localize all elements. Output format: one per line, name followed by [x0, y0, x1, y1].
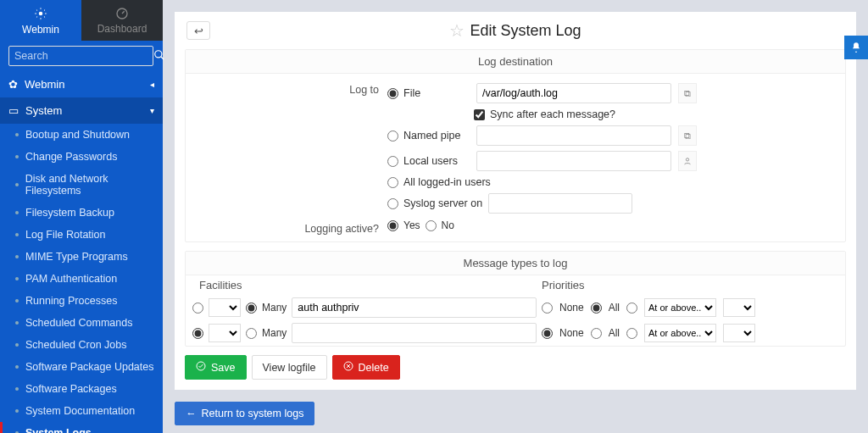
radio-facility-many[interactable]: [246, 328, 257, 339]
facility-text-input[interactable]: [292, 297, 537, 318]
view-logfile-button[interactable]: View logfile: [252, 355, 327, 380]
sidebar-item-disk-fs[interactable]: Disk and Network Filesystems: [0, 168, 163, 202]
star-icon[interactable]: ☆: [449, 20, 465, 41]
sidebar-item-system-logs[interactable]: System Logs: [0, 422, 163, 433]
back-arrow-icon: ↩: [194, 25, 203, 37]
arrow-left-icon: ←: [186, 408, 197, 419]
local-users-input[interactable]: [476, 151, 671, 171]
tab-webmin[interactable]: Webmin: [0, 0, 81, 41]
radio-facility-select[interactable]: [192, 303, 203, 314]
radio-local-users-label: Local users: [403, 155, 471, 167]
svg-point-3: [686, 158, 688, 161]
sidebar-item-pam[interactable]: PAM Authentication: [0, 268, 163, 290]
radio-prio-all[interactable]: [591, 303, 602, 314]
radio-all-users[interactable]: [387, 177, 398, 188]
radio-local-users[interactable]: [387, 156, 398, 167]
col-facilities: Facilities: [192, 279, 542, 291]
delete-button[interactable]: Delete: [332, 355, 400, 380]
view-label: View logfile: [263, 362, 316, 374]
all-label: All: [609, 302, 620, 314]
chevron-down-icon: ▾: [150, 106, 154, 115]
facility-select[interactable]: [209, 324, 241, 342]
prio-op-select[interactable]: At or above..: [644, 298, 716, 317]
facility-select[interactable]: [209, 298, 241, 317]
delete-icon: [343, 361, 353, 374]
delete-label: Delete: [359, 362, 389, 374]
sidebar-tabs: Webmin Dashboard: [0, 0, 163, 41]
sidebar-item-log-rotation[interactable]: Log File Rotation: [0, 224, 163, 246]
check-icon: [196, 361, 206, 374]
none-label: None: [559, 327, 584, 339]
radio-syslog[interactable]: [387, 198, 398, 209]
chevron-left-icon: ◂: [150, 80, 154, 89]
all-label: All: [609, 327, 620, 339]
facility-text-input[interactable]: [292, 323, 537, 343]
file-path-input[interactable]: [476, 83, 671, 103]
main-content: ↩ ☆ Edit System Log Log destination Log …: [163, 0, 868, 433]
sidebar-item-sysdoc[interactable]: System Documentation: [0, 400, 163, 422]
dashboard-icon: [115, 7, 129, 23]
sidebar-item-fs-backup[interactable]: Filesystem Backup: [0, 202, 163, 224]
gear-icon: ✿: [8, 78, 18, 91]
radio-named-pipe-label: Named pipe: [403, 130, 471, 142]
sidebar-item-label: MIME Type Programs: [25, 251, 128, 263]
tab-dashboard[interactable]: Dashboard: [81, 0, 163, 41]
sidebar-item-label: Change Passwords: [25, 151, 117, 163]
radio-no-label: No: [442, 219, 454, 231]
radio-prio-none[interactable]: [542, 303, 553, 314]
nav: ✿Webmin ◂ ▭System ▾ Bootup and Shutdown …: [0, 71, 163, 433]
radio-named-pipe[interactable]: [387, 130, 398, 142]
sidebar-item-sched-cmd[interactable]: Scheduled Commands: [0, 312, 163, 334]
sidebar-item-pkg-updates[interactable]: Software Package Updates: [0, 356, 163, 378]
sync-checkbox[interactable]: [474, 109, 485, 120]
sidebar-item-sched-cron[interactable]: Scheduled Cron Jobs: [0, 334, 163, 356]
sidebar-item-label: Software Packages: [25, 383, 117, 395]
page-title: Edit System Log: [470, 22, 581, 40]
sidebar: Webmin Dashboard ✿Webmin ◂ ▭System ▾: [0, 0, 163, 433]
sidebar-item-label: Scheduled Cron Jobs: [25, 339, 127, 351]
many-label: Many: [262, 327, 287, 339]
action-buttons: Save View logfile Delete: [175, 347, 856, 390]
sidebar-item-pkgs[interactable]: Software Packages: [0, 378, 163, 400]
save-label: Save: [211, 362, 236, 374]
radio-prio-none[interactable]: [542, 328, 553, 339]
back-button[interactable]: ↩: [186, 21, 210, 40]
radio-prio-atorabove[interactable]: [626, 303, 637, 314]
radio-facility-many[interactable]: [246, 303, 257, 314]
return-label: Return to system logs: [202, 408, 304, 419]
save-button[interactable]: Save: [185, 355, 247, 380]
radio-active-no[interactable]: [426, 220, 437, 231]
search-row: [0, 41, 163, 71]
sync-label: Sync after each message?: [490, 108, 615, 120]
nav-group-system[interactable]: ▭System ▾: [0, 97, 163, 124]
system-icon: ▭: [8, 104, 19, 117]
radio-file[interactable]: [387, 88, 398, 99]
nav-group-webmin[interactable]: ✿Webmin ◂: [0, 71, 163, 97]
radio-prio-all[interactable]: [591, 328, 602, 339]
named-pipe-input[interactable]: [476, 125, 671, 146]
prio-level-select[interactable]: [723, 324, 755, 342]
return-button[interactable]: ← Return to system logs: [175, 402, 314, 425]
sidebar-item-label: Software Package Updates: [25, 361, 153, 373]
section-message-types: Message types to log Facilities Prioriti…: [185, 251, 846, 347]
sidebar-item-processes[interactable]: Running Processes: [0, 290, 163, 312]
sidebar-item-label: Disk and Network Filesystems: [25, 173, 154, 197]
file-browse-icon[interactable]: ⧉: [678, 83, 697, 103]
syslog-server-input[interactable]: [488, 193, 632, 214]
prio-op-select[interactable]: At or above..: [644, 324, 716, 342]
prio-level-select[interactable]: [723, 298, 755, 317]
pipe-browse-icon[interactable]: ⧉: [678, 125, 697, 146]
radio-facility-select[interactable]: [192, 328, 203, 339]
radio-syslog-label: Syslog server on: [403, 197, 483, 209]
radio-yes-label: Yes: [403, 219, 420, 231]
sidebar-item-bootup[interactable]: Bootup and Shutdown: [0, 124, 163, 146]
sidebar-item-change-passwords[interactable]: Change Passwords: [0, 146, 163, 168]
sidebar-item-mime[interactable]: MIME Type Programs: [0, 246, 163, 268]
label-logging-active: Logging active?: [192, 219, 387, 235]
facility-row: Many None All At or above..: [186, 295, 845, 320]
radio-active-yes[interactable]: [387, 220, 398, 231]
tab-webmin-label: Webmin: [22, 24, 59, 36]
user-browse-icon[interactable]: [678, 151, 697, 171]
search-input[interactable]: [8, 46, 153, 66]
radio-prio-atorabove[interactable]: [626, 328, 637, 339]
